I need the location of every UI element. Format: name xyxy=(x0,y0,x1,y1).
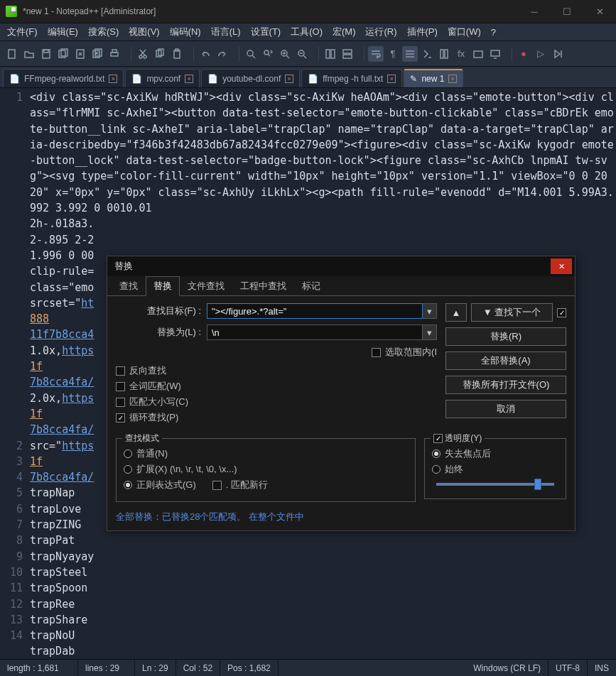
replace-all-open-button[interactable]: 替换所有打开文件(O) xyxy=(445,376,566,394)
trans-always-radio[interactable] xyxy=(432,465,441,474)
wordwrap-icon[interactable] xyxy=(368,46,384,62)
find-next-button[interactable]: ▼ 查找下一个 xyxy=(471,303,553,322)
save-icon[interactable] xyxy=(38,46,54,62)
dialog-close-button[interactable]: ✕ xyxy=(551,258,572,274)
find-label: 查找目标(F) : xyxy=(116,305,201,317)
in-selection-checkbox[interactable] xyxy=(372,348,381,357)
swap-direction-button[interactable]: ▲ xyxy=(445,303,467,322)
close-all-icon[interactable] xyxy=(90,46,105,62)
menu-view[interactable]: 视图(V) xyxy=(124,24,163,40)
dialog-titlebar[interactable]: 替换 ✕ xyxy=(107,256,575,276)
tab-close-icon[interactable]: × xyxy=(185,75,193,83)
tab-mpv-conf[interactable]: 📄 mpv.conf × xyxy=(125,69,200,87)
dialog-tab-mark[interactable]: 标记 xyxy=(294,276,328,295)
replace-input[interactable] xyxy=(207,325,423,340)
backward-label: 反向查找 xyxy=(129,364,166,377)
matchcase-checkbox[interactable] xyxy=(116,398,125,407)
toolbar: ¶ fx ● ▷ xyxy=(0,41,616,67)
tab-ffmpeg-realworld[interactable]: 📄 FFmpeg-realworld.txt × xyxy=(3,69,124,87)
dialog-tab-replace[interactable]: 替换 xyxy=(146,276,180,296)
indent-guide-icon[interactable] xyxy=(402,46,418,62)
find-input[interactable] xyxy=(207,303,423,319)
playback-icon[interactable] xyxy=(550,46,566,62)
file-icon: ✎ xyxy=(410,74,417,84)
cancel-button[interactable]: 取消 xyxy=(445,400,566,418)
paste-icon[interactable] xyxy=(169,46,185,62)
show-all-icon[interactable]: ¶ xyxy=(385,46,401,62)
menu-window[interactable]: 窗口(W) xyxy=(443,24,485,40)
play-icon[interactable]: ▷ xyxy=(533,46,549,62)
dialog-tab-findproj[interactable]: 工程中查找 xyxy=(232,276,294,295)
status-pos: Pos : 1,682 xyxy=(220,660,279,676)
sync-v-icon[interactable] xyxy=(323,46,338,62)
tab-ffmpeg-h-full[interactable]: 📄 ffmpeg -h full.txt × xyxy=(301,69,402,87)
copy-icon[interactable] xyxy=(152,46,168,62)
zoom-out-icon[interactable] xyxy=(294,46,310,62)
dialog-tab-findfiles[interactable]: 文件查找 xyxy=(180,276,232,295)
menu-settings[interactable]: 设置(T) xyxy=(247,24,286,40)
wholeword-label: 全词匹配(W) xyxy=(129,380,181,393)
wholeword-checkbox[interactable] xyxy=(116,382,125,391)
save-all-icon[interactable] xyxy=(55,46,71,62)
status-mode[interactable]: INS xyxy=(588,660,616,676)
tab-youtube-dl[interactable]: 📄 youtube-dl.conf × xyxy=(201,69,300,87)
redo-icon[interactable] xyxy=(215,46,230,62)
tab-close-icon[interactable]: × xyxy=(387,75,396,83)
monitor-icon[interactable] xyxy=(487,46,503,62)
menu-file[interactable]: 文件(F) xyxy=(3,24,42,40)
menu-tools[interactable]: 工具(O) xyxy=(286,24,327,40)
menu-help[interactable]: ? xyxy=(487,26,500,39)
dialog-tab-find[interactable]: 查找 xyxy=(112,276,146,295)
findnext-lock-checkbox[interactable] xyxy=(557,308,566,317)
undo-icon[interactable] xyxy=(198,46,213,62)
replace-dropdown-icon[interactable]: ▾ xyxy=(423,325,437,340)
tab-close-icon[interactable]: × xyxy=(448,75,457,83)
menu-edit[interactable]: 编辑(E) xyxy=(43,24,82,40)
docmap-icon[interactable] xyxy=(436,46,452,62)
mode-ext-radio[interactable] xyxy=(124,465,132,474)
funclist-icon[interactable]: fx xyxy=(453,46,469,62)
find-icon[interactable] xyxy=(243,46,259,62)
cut-icon[interactable] xyxy=(135,46,151,62)
tab-new-1[interactable]: ✎ new 1 × xyxy=(404,69,463,87)
sync-h-icon[interactable] xyxy=(340,46,355,62)
minimize-button[interactable]: ─ xyxy=(518,0,551,23)
menu-encoding[interactable]: 编码(N) xyxy=(166,24,205,40)
svg-rect-22 xyxy=(343,50,352,53)
dialog-title: 替换 xyxy=(114,260,133,273)
menu-run[interactable]: 运行(R) xyxy=(361,24,401,40)
dot-newline-checkbox[interactable] xyxy=(212,481,222,490)
replace-button[interactable]: 替换(R) xyxy=(445,327,566,346)
record-icon[interactable]: ● xyxy=(516,46,531,62)
wrap-checkbox[interactable] xyxy=(116,413,125,422)
transparency-checkbox[interactable] xyxy=(433,434,443,443)
status-col: Col : 52 xyxy=(176,660,220,676)
print-icon[interactable] xyxy=(107,46,122,62)
trans-onlose-radio[interactable] xyxy=(432,449,441,458)
menu-macro[interactable]: 宏(M) xyxy=(328,24,360,40)
tab-close-icon[interactable]: × xyxy=(109,75,117,83)
udl-icon[interactable] xyxy=(419,46,435,62)
trans-onlose-label: 失去焦点后 xyxy=(445,447,491,460)
close-button[interactable]: ✕ xyxy=(583,0,616,23)
find-dropdown-icon[interactable]: ▾ xyxy=(423,303,437,319)
status-eol[interactable]: Windows (CR LF) xyxy=(466,660,549,676)
menu-language[interactable]: 语言(L) xyxy=(207,24,245,40)
replace-icon[interactable] xyxy=(260,46,276,62)
mode-normal-radio[interactable] xyxy=(124,449,132,458)
close-file-icon[interactable] xyxy=(72,46,88,62)
new-icon[interactable] xyxy=(4,46,20,62)
dot-newline-label: . 匹配新行 xyxy=(226,479,268,491)
mode-regex-radio[interactable] xyxy=(124,481,132,489)
menu-plugins[interactable]: 插件(P) xyxy=(403,24,442,40)
backward-checkbox[interactable] xyxy=(116,366,125,376)
status-encoding[interactable]: UTF-8 xyxy=(549,660,588,676)
folder-icon[interactable] xyxy=(470,46,486,62)
zoom-in-icon[interactable] xyxy=(277,46,293,62)
replace-all-button[interactable]: 全部替换(A) xyxy=(445,351,566,370)
tab-close-icon[interactable]: × xyxy=(285,75,293,83)
maximize-button[interactable]: ☐ xyxy=(551,0,583,23)
transparency-slider[interactable] xyxy=(436,483,554,486)
open-icon[interactable] xyxy=(21,46,37,62)
menu-search[interactable]: 搜索(S) xyxy=(84,24,123,40)
